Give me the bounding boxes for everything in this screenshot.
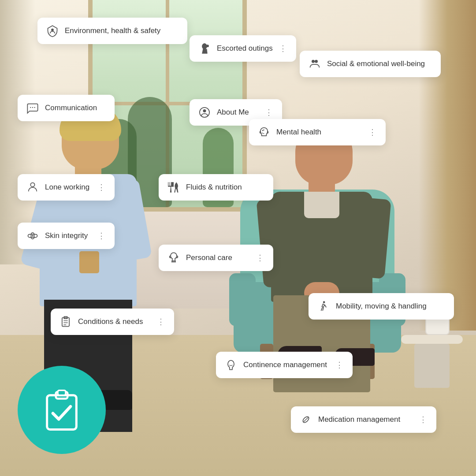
card-conditions-needs-label: Conditions & needs (78, 317, 151, 326)
card-lone-working[interactable]: Lone working ⋮ (18, 174, 115, 201)
people-group-icon (308, 57, 322, 71)
svg-point-9 (30, 183, 34, 187)
clipboard-check-icon (40, 388, 84, 432)
teal-circle-button[interactable] (18, 366, 106, 454)
card-conditions-needs[interactable]: Conditions & needs ⋮ (51, 309, 174, 335)
card-continence[interactable]: Continence management ⋮ (216, 352, 353, 378)
card-mobility[interactable]: Mobility, moving & handling (309, 293, 454, 320)
svg-point-1 (206, 45, 209, 47)
person-circle-icon (197, 105, 212, 119)
card-skin-integrity-label: Skin integrity (45, 231, 91, 240)
card-communication-label: Communication (45, 104, 107, 112)
svg-point-0 (51, 29, 54, 31)
card-personal-care[interactable]: Personal care ⋮ (159, 245, 273, 271)
clipboard-list-icon (59, 315, 73, 329)
head-brain-icon (257, 125, 271, 139)
walking-icon (316, 299, 331, 313)
card-lone-working-menu[interactable]: ⋮ (97, 182, 107, 192)
fork-leaf-icon (167, 180, 181, 194)
card-skin-integrity[interactable]: Skin integrity ⋮ (18, 223, 115, 249)
card-fluids-nutrition[interactable]: Fluids & nutrition (159, 174, 273, 201)
chat-bubble-icon (26, 101, 40, 115)
card-escorted-outings-menu[interactable]: ⋮ (278, 44, 288, 53)
card-fluids-nutrition-label: Fluids & nutrition (186, 183, 265, 192)
pill-icon (299, 413, 313, 427)
svg-rect-23 (58, 390, 66, 395)
svg-point-5 (32, 107, 33, 108)
card-social-emotional-label: Social & emotional well-being (327, 60, 433, 68)
person-outline-icon (26, 180, 40, 194)
card-env-health-safety-label: Environment, health & safety (65, 26, 179, 35)
svg-point-2 (312, 60, 315, 63)
continence-icon (224, 358, 238, 372)
head-care-icon (167, 251, 181, 265)
tree-person-icon (197, 41, 212, 56)
card-medication-menu[interactable]: ⋮ (418, 415, 428, 424)
card-env-health-safety[interactable]: Environment, health & safety (37, 18, 187, 44)
card-mental-health-label: Mental health (276, 128, 362, 137)
card-mental-health-menu[interactable]: ⋮ (368, 127, 378, 137)
card-medication-label: Medication management (318, 415, 413, 424)
card-personal-care-menu[interactable]: ⋮ (255, 253, 265, 263)
card-mental-health[interactable]: Mental health ⋮ (249, 119, 386, 145)
card-about-me-label: About Me (217, 108, 259, 117)
card-continence-label: Continence management (243, 361, 329, 369)
card-about-me-menu[interactable]: ⋮ (264, 108, 274, 117)
svg-rect-21 (47, 395, 77, 430)
card-conditions-needs-menu[interactable]: ⋮ (156, 317, 166, 327)
svg-point-8 (203, 109, 206, 112)
card-skin-integrity-menu[interactable]: ⋮ (97, 231, 107, 241)
card-communication[interactable]: Communication (18, 95, 115, 121)
card-escorted-outings-label: Escorted outings (217, 44, 273, 53)
card-medication[interactable]: Medication management ⋮ (291, 406, 436, 433)
card-mobility-label: Mobility, moving & handling (336, 302, 446, 311)
shield-person-icon (45, 24, 60, 38)
svg-point-3 (315, 60, 318, 63)
svg-point-12 (32, 235, 33, 237)
card-continence-menu[interactable]: ⋮ (335, 360, 345, 370)
card-personal-care-label: Personal care (186, 253, 250, 262)
card-lone-working-label: Lone working (45, 183, 91, 192)
bandage-icon (26, 229, 40, 243)
card-escorted-outings[interactable]: Escorted outings ⋮ (190, 35, 296, 62)
card-social-emotional[interactable]: Social & emotional well-being (300, 51, 441, 77)
svg-point-13 (323, 301, 325, 303)
svg-point-6 (34, 107, 35, 108)
svg-point-4 (30, 107, 31, 108)
